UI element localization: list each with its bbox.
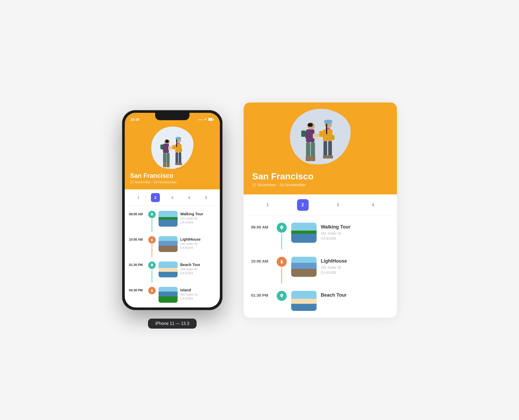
svg-rect-54 [323,141,327,156]
item-connector [148,287,156,294]
dot-teal-icon [277,291,287,301]
list-item: 10:00 AM LightHouse 192 Sutter St. CA 91… [244,253,397,287]
svg-rect-1 [208,118,212,120]
svg-rect-13 [163,163,166,167]
phone-tabs: 1 2 3 4 5 [125,189,220,206]
svg-rect-45 [308,123,313,127]
item-name: Walking Tour [180,212,216,216]
item-info: LightHouse 192 Sutter St. CA 91929 [180,236,216,250]
dot-teal-icon [148,211,156,218]
item-time: 01:30 PM [129,262,148,267]
phone-tab-2[interactable]: 2 [151,193,160,202]
dot-teal-icon [277,223,287,233]
svg-rect-12 [166,153,170,164]
walking-tour-image [159,211,178,227]
phone-city-title: San Francisco [130,172,215,179]
svg-rect-28 [175,163,179,165]
item-address: 192 Sutter St. CA 91929 [180,242,216,250]
svg-rect-29 [178,163,182,165]
item-address: 191 Sutter St. CA 91929 [321,231,390,241]
item-address: 194 Sutter St. CA 91929 [180,267,216,276]
item-info: LightHouse 192 Sutter St. CA 91929 [321,257,390,275]
svg-rect-25 [179,148,182,152]
svg-rect-57 [328,155,333,158]
signal-icon: ▪▪▪▪ [198,118,202,121]
exp-tab-3[interactable]: 3 [332,199,344,211]
svg-rect-11 [163,153,166,164]
connector-line [281,268,282,283]
svg-point-3 [164,167,170,169]
svg-rect-23 [172,145,175,149]
item-address: 191 Sutter St. CA 91929 [180,217,216,225]
svg-point-31 [151,239,153,240]
svg-rect-58 [326,124,327,134]
item-name: LightHouse [321,258,390,264]
svg-rect-35 [305,131,308,138]
expanded-view: San Francisco 17 November - 24 Novwember… [244,102,397,318]
svg-point-59 [281,260,282,262]
expanded-hero-illustration [289,109,352,167]
item-connector [276,291,287,301]
item-connector [148,211,156,232]
exp-tab-4[interactable]: 4 [367,199,379,211]
phone-notch [155,113,189,120]
lighthouse-image [159,236,178,252]
item-connector [276,257,287,283]
svg-rect-2 [214,119,214,120]
item-time: 04:30 PM [129,287,148,292]
phone-hero: San Francisco 17 November - 24 Novwember [125,124,220,189]
exp-tab-1[interactable]: 1 [262,199,274,211]
item-image-beach [159,262,178,277]
svg-rect-16 [165,140,169,143]
item-info: Walking Tour 191 Sutter St. CA 91929 [321,223,390,241]
item-info: Walking Tour 191 Sutter St. CA 91929 [180,211,216,225]
phone-status-icons: ▪▪▪▪ [198,118,214,122]
phone-tab-4[interactable]: 4 [185,193,194,202]
phone-date-range: 17 November - 24 Novwember [130,180,215,184]
item-time: 10:00 AM [251,257,276,263]
phone-hero-figures [155,129,189,169]
beach-tour-image [291,291,317,311]
expanded-hero: San Francisco 17 November - 24 Novwember [244,102,397,194]
list-item: 01:30 PM Beach Tour 194 Sutter St. CA 91… [125,259,220,285]
walking-tour-image [291,223,317,243]
svg-rect-56 [323,155,328,158]
dot-orange-icon [277,257,287,267]
item-name: LightHouse [180,237,216,241]
item-name: Island [180,288,216,292]
list-item: 10:00 AM LightHouse 192 Sutter St. CA 91… [125,234,220,259]
phone-itinerary: 08:00 AM Walking Tour 191 Sutter St. CA … [125,206,220,307]
svg-rect-30 [176,139,177,147]
expanded-date-range: 17 November - 24 Novwember [252,183,388,187]
item-time: 10:00 AM [129,236,148,241]
connector-line [152,219,152,232]
item-time: 01:30 PM [251,291,276,297]
phone-tab-1[interactable]: 1 [134,193,143,202]
item-connector [276,223,287,249]
phone-tab-3[interactable]: 3 [168,193,177,202]
exp-tab-2[interactable]: 2 [297,199,309,211]
expanded-hero-figures [294,111,347,167]
item-address: 192 Sutter St. CA 91929 [321,265,390,275]
connector-line [152,269,152,283]
connector-line [152,244,152,257]
list-item: 04:30 PM Island 200 Sutter St. CA 91929 [125,285,220,305]
item-address: 200 Sutter St. CA 91929 [180,293,216,301]
dot-orange-icon [148,236,156,244]
dot-orange-icon [148,287,156,294]
svg-rect-40 [306,142,310,157]
svg-rect-42 [306,156,311,161]
wifi-icon [203,118,207,122]
island-image [159,287,178,303]
item-image-walking [291,223,317,243]
item-time: 08:00 AM [251,223,276,229]
beach-tour-image [159,262,178,277]
item-image-lighthouse [159,236,178,252]
phone-tab-5[interactable]: 5 [202,193,211,202]
list-item: 01:30 PM Beach Tour [244,287,397,315]
item-image-island [159,287,178,303]
svg-rect-14 [166,163,170,167]
item-info: Beach Tour 194 Sutter St. CA 91929 [180,262,216,276]
list-item: 08:00 AM Walking Tour 191 Sutter St. CA … [125,209,220,234]
phone-hero-illustration [151,127,193,169]
